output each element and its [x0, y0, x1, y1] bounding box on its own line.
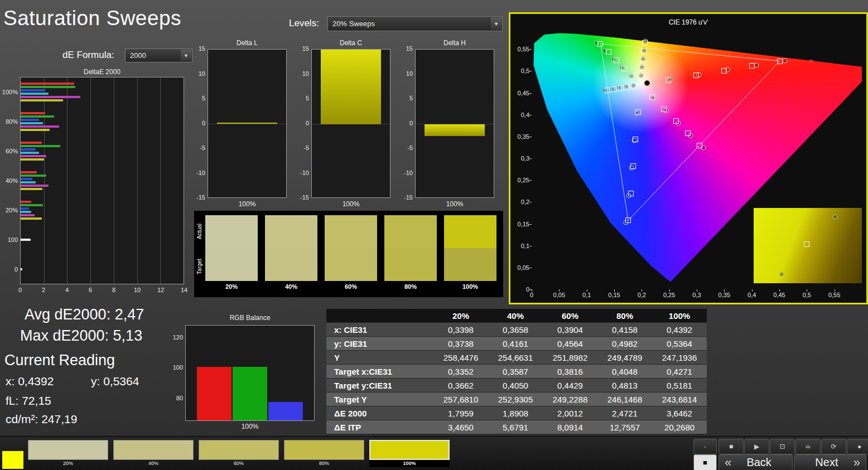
table-cell: 0,3738	[433, 337, 488, 351]
marker-icon: ⊡	[779, 443, 785, 450]
pattern-swatch-40%[interactable]: 40%	[113, 440, 194, 467]
deltae-bar	[21, 99, 63, 101]
blackout-button[interactable]: ■	[693, 454, 717, 470]
table-cell: 249,4789	[597, 351, 652, 365]
pattern-swatch-80%[interactable]: 80%	[284, 440, 364, 467]
pattern-swatches: 20%40%60%80%100%	[28, 440, 450, 467]
cie-target-point	[621, 66, 627, 71]
table-row-label: Target x:CIE31	[326, 365, 433, 379]
table-cell: 257,6810	[433, 393, 488, 406]
cie-locus-endpoint	[809, 60, 813, 64]
rgb-bar-red	[197, 367, 232, 420]
deltae-bar	[21, 214, 35, 216]
deltae-bar-group	[21, 137, 184, 166]
table-cell: 0,3658	[488, 323, 543, 337]
delta-c-y-tick-label: -5	[295, 144, 309, 151]
cie-target-point	[721, 68, 727, 74]
pattern-swatch-60%[interactable]: 60%	[199, 440, 279, 467]
table-header-cell: 20%	[433, 309, 488, 323]
table-body: x: CIE310,33980,36580,39040,41580,4392y:…	[326, 323, 707, 434]
cie-x-tick-label: 0,15	[608, 292, 620, 298]
swatch-row	[205, 215, 496, 281]
filled-square-icon: ■	[703, 458, 707, 467]
deltae-bar	[21, 211, 31, 213]
cie-target-point	[649, 94, 655, 100]
rgb-y-tick-label: 120	[167, 334, 183, 341]
record-button[interactable]: ●	[847, 439, 868, 454]
table-row-label: y: CIE31	[326, 337, 433, 351]
deltae-bar-groups	[21, 77, 184, 284]
deltae-bar	[21, 158, 44, 161]
play-button[interactable]: ▶	[744, 439, 769, 454]
table-cell: 1,8908	[488, 406, 543, 420]
delta-l-y-tick-label: -10	[191, 169, 205, 176]
actual-swatch	[384, 215, 437, 248]
table-row-label: Target Y	[326, 393, 433, 406]
delta-h-chart-title: Delta H	[415, 39, 494, 47]
table-row: y: CIE310,37380,41610,45640,49820,5364	[326, 337, 707, 351]
loop-button[interactable]: ∞	[795, 439, 821, 454]
pattern-swatch-label: 20%	[28, 460, 108, 467]
deltae-bar	[21, 171, 37, 173]
cie-title: CIE 1976 u'v'	[510, 18, 866, 26]
cie-target-point	[635, 109, 641, 115]
cie-y-tick-label: 0,55	[518, 46, 529, 52]
table-cell: 0,5181	[652, 379, 707, 393]
pattern-swatch-20%[interactable]: 20%	[28, 440, 108, 467]
stop-button[interactable]: ■	[718, 439, 744, 454]
cie-x-tick-label: 0,5	[803, 292, 811, 298]
back-button[interactable]: « Back	[718, 454, 793, 470]
delta-c-y-tick-label: -10	[295, 169, 309, 176]
deltae-bar	[21, 125, 59, 128]
cie-x-tick-label: 0,3	[692, 292, 701, 298]
table-header-cell	[326, 309, 433, 323]
rgb-y-tick-label: 100	[167, 364, 183, 371]
cie-measured-point	[782, 58, 787, 63]
cie-target-point	[606, 49, 611, 55]
rgb-y-tick-label: 80	[167, 395, 183, 401]
de-formula-dropdown[interactable]: 2000 ▼	[125, 49, 192, 62]
cie-y-tick-mark	[529, 71, 532, 71]
cie-target-point	[611, 86, 617, 92]
deltae-bar	[21, 93, 49, 95]
table-header-cell: 80%	[597, 309, 652, 323]
delta-c-y-tick-label: 10	[295, 70, 309, 77]
table-row: Target Y257,6810252,9305249,2288246,1468…	[326, 393, 707, 406]
swatch-label: 40%	[265, 283, 317, 290]
cie-y-tick-label: 0,4	[521, 112, 529, 118]
pattern-swatch-label: 40%	[113, 460, 194, 467]
cie-x-tick-label: 0,4	[748, 292, 756, 298]
deltae-bar	[21, 155, 46, 157]
table-cell: 20,2680	[652, 420, 707, 434]
pattern-swatch-100%[interactable]: 100%	[369, 440, 450, 467]
table-cell: 0,3352	[433, 365, 488, 379]
deltae-y-tick-label: 40%	[0, 166, 18, 195]
delta-l-y-tick-label: 10	[191, 70, 205, 77]
cie-y-tick-mark	[529, 137, 532, 137]
cie-diagram-panel: CIE 1976 u'v' 00,050,10,150,20,250,30,35…	[509, 12, 868, 304]
reading-x: x: 0,4392	[6, 375, 54, 388]
delta-l-y-tick-label: 5	[191, 95, 205, 101]
marker-button[interactable]: ⊡	[770, 439, 795, 454]
cie-x-tick-label: 0,45	[773, 292, 785, 298]
refresh-button[interactable]: ⟳	[821, 439, 846, 454]
cie-target-point	[639, 65, 645, 71]
table-cell: 3,6462	[652, 406, 707, 420]
delta-c-bar	[321, 50, 381, 124]
deltae-bar	[21, 129, 50, 131]
table-row-label: Y	[326, 351, 433, 365]
cie-plot	[532, 32, 862, 289]
next-button[interactable]: Next »	[794, 454, 866, 470]
cie-target-point	[597, 41, 603, 47]
table-row: Target y:CIE310,36620,40500,44290,48130,…	[326, 379, 707, 393]
levels-dropdown[interactable]: 20% Sweeps ▼	[327, 16, 503, 31]
table-header-cell: 100%	[652, 309, 707, 323]
cie-target-point	[618, 85, 624, 91]
cie-target-point	[639, 74, 644, 79]
cie-x-tick-label: 0,55	[828, 292, 840, 298]
delta-l-chart-title: Delta L	[208, 39, 287, 47]
table-cell: 0,4564	[543, 337, 597, 351]
pattern-window-button[interactable]: ▫	[693, 439, 717, 454]
actual-target-swatch-panel: Actual Target 20%40%60%80%100%	[194, 211, 503, 297]
chevron-down-icon: ▼	[181, 50, 191, 61]
